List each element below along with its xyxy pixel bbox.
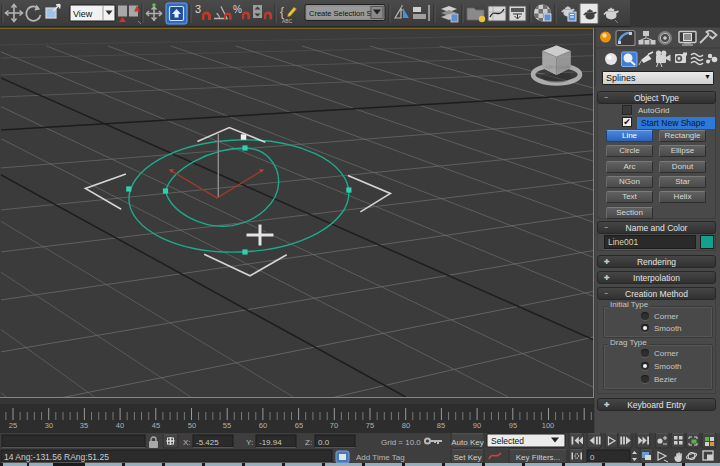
svg-text:100: 100 <box>542 421 555 430</box>
svg-text:ABC: ABC <box>282 18 293 24</box>
svg-text:Auto Key: Auto Key <box>451 438 483 447</box>
svg-text:%: % <box>233 4 242 15</box>
svg-text:14 Ang:-131.56 RAng:51.25: 14 Ang:-131.56 RAng:51.25 <box>4 452 109 462</box>
svg-text:55: 55 <box>223 421 231 430</box>
svg-text:75: 75 <box>366 421 374 430</box>
svg-text:35: 35 <box>80 421 88 430</box>
svg-text:95: 95 <box>509 421 517 430</box>
svg-text:-19.94: -19.94 <box>259 438 282 447</box>
svg-text:Key Filters...: Key Filters... <box>516 453 560 462</box>
svg-text:0: 0 <box>590 453 595 462</box>
svg-text:View: View <box>73 9 93 19</box>
svg-text:90: 90 <box>473 421 481 430</box>
svg-text:0.0: 0.0 <box>318 438 330 447</box>
svg-text:50: 50 <box>188 421 196 430</box>
svg-text:25: 25 <box>9 421 17 430</box>
svg-text:Grid = 10.0: Grid = 10.0 <box>381 438 421 447</box>
svg-text:3: 3 <box>195 3 201 15</box>
svg-text:70: 70 <box>330 421 338 430</box>
svg-text:{: { <box>280 5 284 19</box>
svg-text:X:: X: <box>183 438 191 447</box>
svg-text:-5.425: -5.425 <box>196 438 219 447</box>
svg-text:Add Time Tag: Add Time Tag <box>356 453 405 462</box>
svg-text:30: 30 <box>45 421 53 430</box>
svg-text:80: 80 <box>402 421 410 430</box>
svg-text:Y:: Y: <box>246 438 253 447</box>
svg-text:65: 65 <box>295 421 303 430</box>
svg-text:Set Key: Set Key <box>453 453 481 462</box>
svg-text:45: 45 <box>152 421 160 430</box>
svg-text:40: 40 <box>116 421 124 430</box>
svg-text:Z:: Z: <box>305 438 312 447</box>
svg-text:Create Selection Se: Create Selection Se <box>309 9 376 18</box>
svg-text:85: 85 <box>437 421 445 430</box>
svg-text:Selected: Selected <box>491 436 524 446</box>
svg-text:60: 60 <box>259 421 267 430</box>
